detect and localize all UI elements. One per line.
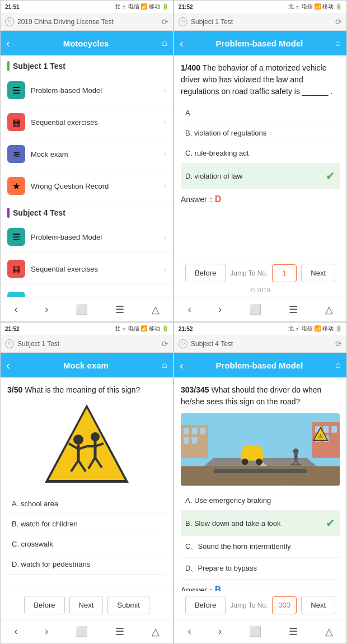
home-nav-2[interactable]: △ <box>318 304 340 316</box>
option-D-3[interactable]: D. watch for pedestrians <box>7 554 166 575</box>
menu-icon-problem-s1: ☰ <box>7 81 25 99</box>
menu-nav-4[interactable]: ☰ <box>282 626 304 638</box>
check-icon-2: ✔ <box>326 169 335 183</box>
option-C-2[interactable]: C. rule-breaking act <box>181 143 340 164</box>
option-C-3[interactable]: C. crosswalk <box>7 534 166 554</box>
option-B-3[interactable]: B. watch for children <box>7 514 166 534</box>
next-btn-4[interactable]: Next <box>301 596 335 614</box>
submit-btn-3[interactable]: Submit <box>107 596 149 614</box>
page-nav-1[interactable]: ⬜ <box>69 304 95 316</box>
refresh-icon-3[interactable]: ⟳ <box>162 339 168 348</box>
url-icon-1: ↻ <box>5 17 14 26</box>
home-icon-4[interactable]: ⌂ <box>335 360 341 370</box>
signal-1: 北 ≌ 电信 📶 移动 🔋 <box>115 3 168 11</box>
status-bar-3: 21:52 北 ≌ 电信 📶 移动 🔋 <box>1 323 173 335</box>
forward-nav-3[interactable]: › <box>38 626 55 637</box>
option-D-2[interactable]: D. violation of law ✔ <box>181 164 340 189</box>
bottom-nav-3: ‹ › ⬜ ☰ △ <box>1 619 173 643</box>
option-B-4[interactable]: B. Slow down and take a look ✔ <box>181 511 340 536</box>
option-A-2[interactable]: A <box>181 103 340 123</box>
jump-input-2[interactable] <box>272 264 297 282</box>
option-D-text-2: D. violation of law <box>185 172 242 180</box>
menu-sequential-s4[interactable]: ▦ Sequential exercises › <box>1 253 173 285</box>
back-nav-4[interactable]: ‹ <box>181 626 198 637</box>
home-nav-3[interactable]: △ <box>145 626 166 638</box>
menu-sequential-s1[interactable]: ▦ Sequential exercises › <box>1 106 173 138</box>
menu-icon-mock-s1: ≋ <box>7 145 25 163</box>
menu-content-1: Subject 1 Test ☰ Problem-based Model › ▦… <box>1 55 173 297</box>
option-A-4[interactable]: A. Use emergency braking <box>181 491 340 511</box>
home-icon-2[interactable]: ⌂ <box>335 38 341 48</box>
menu-arrow-problem-s4: › <box>163 232 166 241</box>
refresh-icon-1[interactable]: ⟳ <box>162 17 168 26</box>
home-nav-4[interactable]: △ <box>318 626 340 638</box>
before-btn-2[interactable]: Before <box>185 264 226 282</box>
back-icon-1[interactable]: ‹ <box>6 37 10 50</box>
menu-label-mock-s1: Mock exam <box>31 150 158 158</box>
menu-mock-s1[interactable]: ≋ Mock exam › <box>1 138 173 170</box>
back-icon-2[interactable]: ‹ <box>180 37 184 50</box>
forward-nav-2[interactable]: › <box>212 304 228 315</box>
menu-icon-seq-s4: ▦ <box>7 260 25 278</box>
jump-input-4[interactable] <box>272 596 297 614</box>
mock-exam-panel: 21:52 北 ≌ 电信 📶 移动 🔋 ↻ Subject 1 Test ⟳ ‹… <box>0 322 174 644</box>
bottom-nav-4: ‹ › ⬜ ☰ △ <box>174 619 346 643</box>
menu-nav-3[interactable]: ☰ <box>109 626 131 638</box>
refresh-icon-2[interactable]: ⟳ <box>335 17 342 26</box>
option-C-4[interactable]: C、Sound the horn intermittently <box>181 536 340 558</box>
motocycles-menu-panel: 21:51 北 ≌ 电信 📶 移动 🔋 ↻ 2019 China Driving… <box>0 0 174 322</box>
answer-val-4: B <box>215 585 222 591</box>
next-btn-3[interactable]: Next <box>69 596 104 614</box>
q-text-3: What is the meaning of this sign? <box>25 385 140 394</box>
home-icon-1[interactable]: ⌂ <box>162 38 167 48</box>
menu-arrow-problem-s1: › <box>163 86 166 95</box>
signal-3: 北 ≌ 电信 📶 移动 🔋 <box>115 325 168 333</box>
svg-rect-17 <box>192 428 198 435</box>
back-icon-4[interactable]: ‹ <box>180 359 184 372</box>
bottom-nav-2: ‹ › ⬜ ☰ △ <box>174 297 346 321</box>
nav-buttons-4: Before Jump To No. Next <box>174 591 346 619</box>
status-bar-4: 21:52 北 ≌ 电信 📶 移动 🔋 <box>174 323 346 335</box>
back-nav-1[interactable]: ‹ <box>7 304 24 315</box>
menu-problem-model-s4[interactable]: ☰ Problem-based Model › <box>1 221 173 253</box>
page-nav-4[interactable]: ⬜ <box>242 626 268 638</box>
menu-multiple-s4[interactable]: ✓ Multiple-choice exercises › <box>1 285 173 297</box>
back-nav-3[interactable]: ‹ <box>7 626 24 637</box>
url-bar-4: ↻ Subject 4 Test ⟳ <box>174 335 346 353</box>
menu-label-problem-s1: Problem-based Model <box>31 86 158 95</box>
forward-nav-4[interactable]: › <box>212 626 228 637</box>
nav-buttons-3: Before Next Submit <box>1 591 173 619</box>
menu-label-seq-s1: Sequential exercises <box>31 118 158 127</box>
page-nav-2[interactable]: ⬜ <box>242 304 268 316</box>
forward-nav-1[interactable]: › <box>38 304 55 315</box>
menu-nav-1[interactable]: ☰ <box>109 304 131 316</box>
question-number-2: 1/400 The behavior of a motorized vehicl… <box>181 62 340 97</box>
option-A-3[interactable]: A. school area <box>7 494 166 514</box>
back-icon-3[interactable]: ‹ <box>6 359 10 372</box>
refresh-icon-4[interactable]: ⟳ <box>335 339 342 348</box>
subject1-title: Subject 1 Test <box>13 62 65 71</box>
q-number-bold-2: 1/400 <box>181 63 200 72</box>
home-icon-3[interactable]: ⌂ <box>162 360 167 370</box>
url-text-4: Subject 4 Test <box>191 340 332 348</box>
option-B-2[interactable]: B. violation of regulations <box>181 123 340 143</box>
home-nav-1[interactable]: △ <box>145 304 166 316</box>
menu-arrow-mock-s1: › <box>163 150 166 158</box>
answer-line-4: Answer：B <box>181 585 340 591</box>
subject1-header: Subject 1 Test <box>1 55 173 74</box>
option-D-4[interactable]: D、Prepare to bypass <box>181 558 340 580</box>
page-nav-3[interactable]: ⬜ <box>69 626 95 638</box>
bottom-nav-1: ‹ › ⬜ ☰ △ <box>1 297 173 321</box>
svg-point-32 <box>256 459 262 465</box>
back-nav-2[interactable]: ‹ <box>181 304 198 315</box>
next-btn-2[interactable]: Next <box>301 264 335 282</box>
menu-nav-2[interactable]: ☰ <box>282 304 304 316</box>
menu-wrong-s1[interactable]: ★ Wrong Question Record › <box>1 170 173 202</box>
subject1-bar <box>7 61 10 71</box>
svg-rect-16 <box>184 428 189 435</box>
before-btn-3[interactable]: Before <box>24 596 64 614</box>
svg-rect-30 <box>243 446 261 452</box>
before-btn-4[interactable]: Before <box>185 596 226 614</box>
menu-problem-model-s1[interactable]: ☰ Problem-based Model › <box>1 74 173 106</box>
url-bar-3: ↻ Subject 1 Test ⟳ <box>1 335 173 353</box>
